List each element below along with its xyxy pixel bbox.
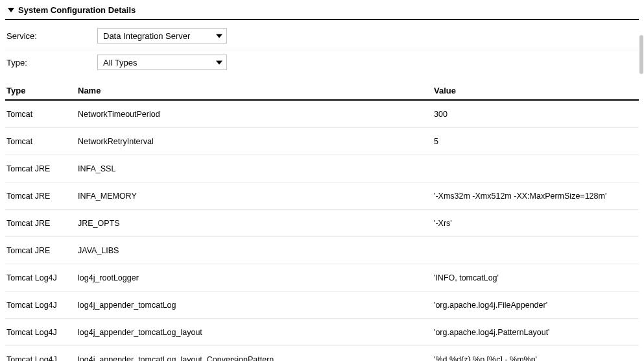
cell-type: Tomcat JRE (5, 219, 78, 228)
vertical-scrollbar-thumb[interactable] (639, 35, 643, 74)
cell-name: INFA_SSL (78, 164, 434, 173)
table-row[interactable]: Tomcat Log4Jlog4j_rootLogger'INFO, tomca… (5, 264, 639, 292)
service-select-value: Data Integration Server (103, 31, 190, 41)
col-header-name[interactable]: Name (78, 86, 434, 95)
filter-row-service: Service: Data Integration Server (5, 23, 639, 49)
table-row[interactable]: Tomcat JREINFA_SSL (5, 155, 639, 182)
col-header-value[interactable]: Value (434, 86, 639, 95)
cell-type: Tomcat JRE (5, 164, 78, 173)
service-label: Service: (5, 31, 97, 41)
cell-type: Tomcat JRE (5, 246, 78, 255)
table-row[interactable]: Tomcat JREJRE_OPTS'-Xrs' (5, 210, 639, 237)
cell-name: log4j_appender_tomcatLog_layout (78, 328, 434, 337)
cell-value: 5 (434, 137, 639, 146)
cell-type: Tomcat Log4J (5, 328, 78, 337)
table-row[interactable]: Tomcat JREJAVA_LIBS (5, 237, 639, 264)
table-row[interactable]: Tomcat Log4Jlog4j_appender_tomcatLog'org… (5, 292, 639, 319)
cell-name: JRE_OPTS (78, 219, 434, 228)
cell-value: '-Xms32m -Xmx512m -XX:MaxPermSize=128m' (434, 192, 639, 201)
type-select-value: All Types (103, 58, 137, 68)
chevron-down-icon (216, 61, 222, 65)
cell-type: Tomcat Log4J (5, 301, 78, 310)
table-row[interactable]: Tomcat Log4Jlog4j_appender_tomcatLog_lay… (5, 346, 639, 361)
col-header-type[interactable]: Type (5, 86, 78, 95)
cell-type: Tomcat (5, 137, 78, 146)
table-row[interactable]: TomcatNetworkTimeoutPeriod300 (5, 101, 639, 128)
cell-type: Tomcat Log4J (5, 273, 78, 282)
type-label: Type: (5, 58, 97, 68)
cell-name: JAVA_LIBS (78, 246, 434, 255)
cell-value: 300 (434, 110, 639, 119)
cell-value: 'INFO, tomcatLog' (434, 273, 639, 282)
table-row[interactable]: TomcatNetworkRetryInterval5 (5, 128, 639, 155)
type-select[interactable]: All Types (97, 55, 227, 70)
cell-type: Tomcat (5, 110, 78, 119)
cell-value: '-Xrs' (434, 219, 639, 228)
disclosure-triangle-icon[interactable] (8, 8, 14, 12)
cell-type: Tomcat JRE (5, 192, 78, 201)
cell-value: 'org.apache.log4j.FileAppender' (434, 301, 639, 310)
section-title: System Configuration Details (18, 5, 136, 15)
cell-name: log4j_appender_tomcatLog (78, 301, 434, 310)
cell-name: log4j_rootLogger (78, 273, 434, 282)
cell-value: '%d %d{z} %p [%c] - %m%n' (434, 355, 639, 362)
table-row[interactable]: Tomcat JREINFA_MEMORY'-Xms32m -Xmx512m -… (5, 182, 639, 210)
table-body[interactable]: TomcatNetworkTimeoutPeriod300TomcatNetwo… (5, 101, 639, 361)
chevron-down-icon (216, 34, 222, 38)
cell-name: NetworkTimeoutPeriod (78, 110, 434, 119)
cell-name: log4j_appender_tomcatLog_layout_Conversi… (78, 355, 434, 362)
cell-name: NetworkRetryInterval (78, 137, 434, 146)
cell-value: 'org.apache.log4j.PatternLayout' (434, 328, 639, 337)
filters-panel: Service: Data Integration Server Type: A… (5, 20, 639, 75)
table-row[interactable]: Tomcat Log4Jlog4j_appender_tomcatLog_lay… (5, 319, 639, 346)
table-header-row: Type Name Value (5, 82, 639, 101)
section-header[interactable]: System Configuration Details (5, 3, 639, 20)
config-table: Type Name Value TomcatNetworkTimeoutPeri… (5, 82, 639, 361)
filter-row-type: Type: All Types (5, 49, 639, 75)
cell-name: INFA_MEMORY (78, 192, 434, 201)
cell-type: Tomcat Log4J (5, 355, 78, 362)
service-select[interactable]: Data Integration Server (97, 28, 227, 44)
